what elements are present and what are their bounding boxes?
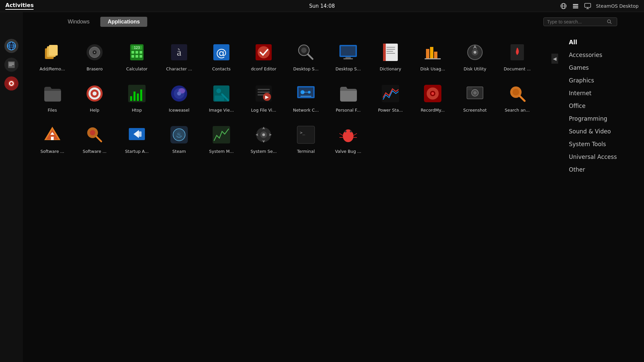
category-item-programming[interactable]: Programming [568,113,634,124]
app-item-system-monitor[interactable]: System M... [202,119,241,157]
svg-rect-49 [345,57,351,58]
search-box[interactable] [543,17,617,26]
tab-applications[interactable]: Applications [100,17,147,27]
app-icon-htop [125,81,149,106]
app-label-screenshot: Screenshot [463,108,487,113]
search-input[interactable] [547,19,604,24]
app-item-log-file-viewer[interactable]: ▶Log File Vi... [244,78,283,116]
app-item-desktop-s2[interactable]: Desktop S... [329,37,368,75]
svg-rect-50 [343,58,353,59]
app-icon-terminal: >_ [294,123,318,147]
app-item-terminal[interactable]: >_Terminal [286,119,325,157]
svg-point-19 [10,82,13,85]
user-icon[interactable] [572,2,579,10]
svg-text:@: @ [216,46,227,59]
svg-rect-48 [341,46,356,56]
tab-windows[interactable]: Windows [60,17,97,27]
app-item-search-and[interactable]: Search an... [498,78,537,116]
app-item-personal-f[interactable]: Personal F... [329,78,368,116]
app-item-image-viewer[interactable]: Image Vie... [202,78,241,116]
app-label-disk-usage: Disk Usag... [420,66,445,71]
app-item-network-config[interactable]: Network C... [286,78,325,116]
app-icon-character-map: à [167,40,191,64]
app-label-image-viewer: Image Vie... [209,108,234,113]
app-label-software1: Software ... [41,149,64,154]
category-item-all[interactable]: All [568,37,634,48]
app-icon-valve-bug [336,123,360,147]
sidebar-help-icon[interactable] [4,76,18,90]
app-icon-dictionary [378,40,402,64]
app-icon-contacts: @ [209,40,233,64]
sidebar-files-icon[interactable] [4,58,18,72]
app-item-character-map[interactable]: àCharacter ... [160,37,199,75]
app-item-dictionary[interactable]: Dictionary [371,37,410,75]
svg-rect-31 [131,51,134,54]
svg-rect-53 [386,47,395,48]
app-item-desktop-search[interactable]: Desktop S... [286,37,325,75]
app-item-files[interactable]: Files [33,78,72,116]
svg-rect-4 [573,6,578,7]
app-icon-startup-apps [125,123,149,147]
app-item-htop[interactable]: Htop [117,78,156,116]
category-item-accessories[interactable]: Accessories [568,50,634,60]
app-item-document[interactable]: Document ... [498,37,537,75]
svg-rect-34 [131,55,134,58]
category-item-system-tools[interactable]: System Tools [568,139,634,149]
sidebar-network-icon[interactable] [4,39,18,53]
svg-line-21 [610,22,611,24]
svg-line-46 [308,54,313,59]
svg-text:▶: ▶ [265,94,269,100]
app-item-software1[interactable]: Software ... [33,119,72,157]
category-item-other[interactable]: Other [568,164,634,175]
sidebar-left [0,12,23,362]
app-item-brasero[interactable]: Brasero [75,37,114,75]
app-item-startup-apps[interactable]: Startup A... [117,119,156,157]
category-item-games[interactable]: Games [568,62,634,73]
app-icon-calculator: 123 [125,40,149,64]
app-item-steam[interactable]: ♨Steam [160,119,199,157]
app-label-system-settings: System Se... [251,149,277,154]
app-item-add-remove[interactable]: Add/Remo... [33,37,72,75]
svg-text:>_: >_ [300,130,305,135]
app-item-dconf-editor[interactable]: dconf Editor [244,37,283,75]
clock: Sun 14:08 [309,3,335,9]
category-item-graphics[interactable]: Graphics [568,75,634,86]
app-label-htop: Htop [132,108,142,113]
app-icon-screenshot [463,81,487,106]
category-item-universal-access[interactable]: Universal Access [568,152,634,162]
app-label-startup-apps: Startup A... [125,149,149,154]
app-label-calculator: Calculator [126,66,147,71]
category-item-sound-video[interactable]: Sound & Video [568,126,634,137]
app-icon-search-and [505,81,529,106]
app-label-personal-f: Personal F... [336,108,361,113]
activities-button[interactable]: Activities [5,2,34,10]
app-item-recordmydesktop[interactable]: RecordMy... [413,78,452,116]
svg-point-93 [431,92,434,95]
app-item-calculator[interactable]: 123Calculator [117,37,156,75]
app-item-screenshot[interactable]: Screenshot [455,78,494,116]
svg-line-123 [339,133,343,135]
app-item-power-stats[interactable]: Power Sta... [371,78,410,116]
app-item-help[interactable]: Help [75,78,114,116]
app-label-disk-utility: Disk Utility [464,66,486,71]
network-icon[interactable] [560,2,567,10]
display-icon[interactable] [584,2,591,10]
app-item-disk-usage[interactable]: Disk Usag... [413,37,452,75]
app-item-valve-bug[interactable]: Valve Bug ... [329,119,368,157]
app-icon-system-monitor [209,123,233,147]
svg-rect-16 [9,65,12,66]
app-item-system-settings[interactable]: System Se... [244,119,283,157]
category-item-office[interactable]: Office [568,101,634,111]
app-item-software2[interactable]: Software ... [75,119,114,157]
app-label-recordmydesktop: RecordMy... [421,108,445,113]
svg-point-104 [90,130,95,135]
category-item-internet[interactable]: Internet [568,88,634,99]
app-item-disk-utility[interactable]: Disk Utility [455,37,494,75]
svg-rect-52 [383,44,386,61]
app-label-files: Files [48,108,57,113]
app-label-valve-bug: Valve Bug ... [335,149,361,154]
svg-line-125 [354,133,357,135]
app-item-iceweasel[interactable]: Iceweasel [160,78,199,116]
main-content: Add/Remo...Brasero123CalculatoràCharacte… [23,30,557,362]
app-item-contacts[interactable]: @Contacts [202,37,241,75]
